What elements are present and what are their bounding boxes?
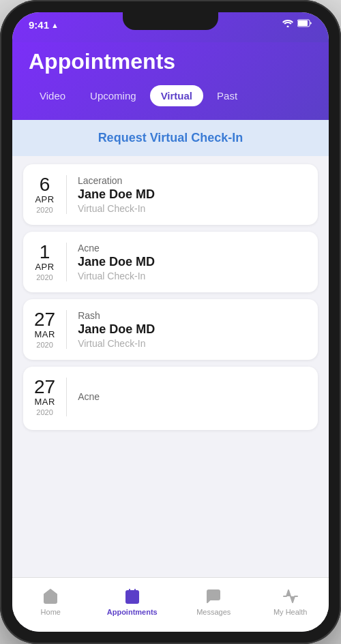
appointment-card-1[interactable]: 6 APR 2020 Laceration Jane Doe MD Virtua…	[23, 164, 318, 225]
location-icon: ▲	[51, 21, 59, 29]
date-block-4: 27 MAR 2020	[34, 378, 67, 416]
appointments-icon	[123, 587, 141, 605]
status-time: 9:41 ▲	[29, 19, 59, 31]
nav-home-label: Home	[41, 608, 61, 616]
nav-myhealth-label: My Health	[273, 608, 308, 616]
date-block-2: 1 APR 2020	[34, 243, 67, 281]
checkin-banner[interactable]: Request Virtual Check-In	[12, 120, 329, 156]
checkin-text: Request Virtual Check-In	[98, 131, 243, 144]
appt-info-4: Acne	[78, 391, 307, 403]
svg-rect-3	[126, 591, 138, 603]
battery-icon	[297, 19, 312, 29]
date-day-3: 27	[34, 310, 55, 329]
nav-home[interactable]: Home	[30, 587, 71, 616]
date-month-4: MAR	[34, 397, 55, 407]
date-day-2: 1	[40, 243, 50, 262]
appt-info-3: Rash Jane Doe MD Virtual Check-In	[78, 310, 307, 349]
svg-rect-2	[298, 20, 308, 26]
nav-myhealth[interactable]: My Health	[270, 587, 311, 616]
appt-reason-2: Acne	[78, 243, 307, 254]
appt-info-1: Laceration Jane Doe MD Virtual Check-In	[78, 175, 307, 214]
date-month-2: APR	[35, 262, 54, 272]
date-year-2: 2020	[36, 273, 53, 281]
appointment-card-2[interactable]: 1 APR 2020 Acne Jane Doe MD Virtual Chec…	[23, 232, 318, 292]
page-header: Appointments Video Upcoming Virtual Past	[12, 42, 329, 120]
date-block-1: 6 APR 2020	[34, 175, 67, 214]
appt-type-2: Virtual Check-In	[78, 271, 307, 281]
bottom-nav: Home Appointments	[12, 577, 329, 632]
messages-icon	[205, 587, 222, 605]
date-year-1: 2020	[36, 206, 53, 214]
date-year-4: 2020	[36, 408, 53, 416]
appt-doctor-2: Jane Doe MD	[78, 255, 307, 269]
tab-video[interactable]: Video	[29, 85, 76, 106]
phone-screen: 9:41 ▲	[12, 12, 329, 632]
date-month-1: APR	[35, 194, 54, 204]
tab-bar: Video Upcoming Virtual Past	[29, 85, 312, 106]
content-area: Request Virtual Check-In 6 APR 2020 Lace…	[12, 120, 329, 577]
appt-reason-4: Acne	[78, 391, 307, 402]
tab-past[interactable]: Past	[206, 85, 248, 106]
nav-appointments-label: Appointments	[107, 608, 158, 616]
wifi-icon	[282, 19, 293, 29]
appointment-card-4[interactable]: 27 MAR 2020 Acne	[23, 367, 318, 430]
myhealth-icon	[282, 587, 299, 605]
date-block-3: 27 MAR 2020	[34, 310, 67, 349]
appt-doctor-1: Jane Doe MD	[78, 187, 307, 202]
status-icons	[282, 19, 312, 29]
appt-reason-3: Rash	[78, 310, 307, 321]
tab-upcoming[interactable]: Upcoming	[79, 85, 147, 106]
appt-info-2: Acne Jane Doe MD Virtual Check-In	[78, 243, 307, 281]
nav-messages-label: Messages	[196, 608, 231, 616]
date-month-3: MAR	[34, 329, 55, 339]
time-display: 9:41	[29, 19, 49, 31]
appt-type-3: Virtual Check-In	[78, 338, 307, 349]
nav-appointments[interactable]: Appointments	[107, 587, 158, 616]
nav-messages[interactable]: Messages	[193, 587, 234, 616]
home-icon	[42, 587, 59, 605]
appointment-card-3[interactable]: 27 MAR 2020 Rash Jane Doe MD Virtual Che…	[23, 299, 318, 360]
page-title: Appointments	[29, 49, 312, 74]
appt-reason-1: Laceration	[78, 175, 307, 186]
appt-type-1: Virtual Check-In	[78, 203, 307, 214]
date-day-4: 27	[34, 378, 55, 397]
tab-virtual[interactable]: Virtual	[150, 85, 203, 106]
date-day-1: 6	[40, 175, 50, 194]
notch	[123, 12, 218, 30]
date-year-3: 2020	[36, 341, 53, 349]
appointments-list: 6 APR 2020 Laceration Jane Doe MD Virtua…	[12, 156, 329, 438]
svg-point-0	[287, 26, 289, 28]
phone-shell: 9:41 ▲	[0, 0, 341, 644]
appt-doctor-3: Jane Doe MD	[78, 322, 307, 337]
